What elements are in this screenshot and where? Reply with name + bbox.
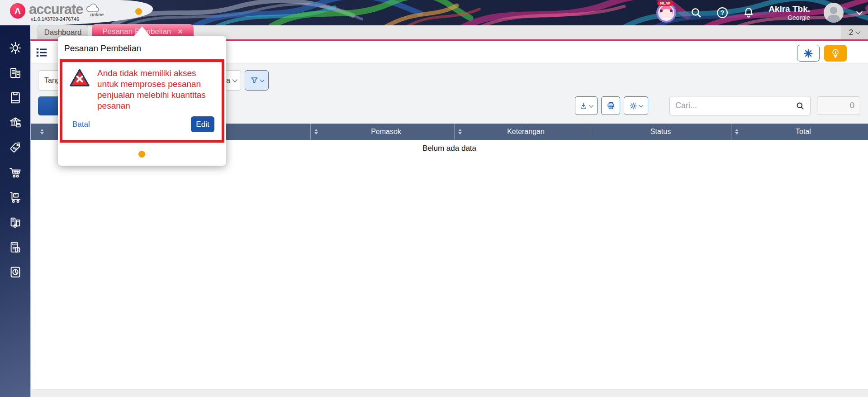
popup-actions: Batal Edit xyxy=(72,116,214,132)
edit-button[interactable]: Edit xyxy=(191,116,214,132)
brand-sub-label: online xyxy=(90,12,104,17)
chevron-down-icon xyxy=(260,77,264,82)
column-label: Total xyxy=(739,128,868,136)
chevron-down-icon xyxy=(856,29,861,34)
bank-icon xyxy=(9,116,22,129)
print-button[interactable] xyxy=(601,96,620,115)
sidebar-item-tax[interactable]: TAX xyxy=(6,238,24,256)
lightbulb-icon xyxy=(830,48,840,58)
top-navbar: Λ accurate online v1.0.1#3709-2476746 xyxy=(0,0,868,25)
help-icon[interactable]: ? xyxy=(716,6,729,19)
download-button[interactable] xyxy=(575,96,598,115)
download-icon xyxy=(579,102,588,110)
popup-arrow xyxy=(133,26,151,37)
table-settings-button[interactable] xyxy=(624,96,648,115)
assistant-avatar[interactable]: NEW xyxy=(656,3,676,23)
tax-document-icon: TAX xyxy=(9,240,22,254)
search-icon[interactable] xyxy=(690,6,702,19)
chevron-down-icon xyxy=(589,103,594,107)
sidebar-item-banking[interactable] xyxy=(6,114,24,132)
sidebar-item-purchasing[interactable] xyxy=(6,163,24,182)
sidebar-item-inventory[interactable] xyxy=(6,188,24,206)
user-name: Georgie xyxy=(768,14,810,21)
sidebar-item-sales[interactable]: Rp xyxy=(6,139,24,157)
chevron-down-icon xyxy=(232,77,237,82)
column-label: Status xyxy=(590,128,731,136)
search-box xyxy=(669,96,811,115)
report-pie-icon xyxy=(9,265,22,279)
search-input[interactable] xyxy=(675,101,796,110)
column-header-keterangan[interactable]: Keterangan xyxy=(454,124,590,140)
navbar-right-group: NEW ? Akira Tbk. Georgie xyxy=(656,0,862,25)
sidebar-item-company[interactable] xyxy=(6,64,24,82)
close-tab-icon[interactable]: ✕ xyxy=(177,28,183,36)
building-icon xyxy=(9,66,22,80)
column-label: Keterangan xyxy=(462,128,590,136)
user-info: Akira Tbk. Georgie xyxy=(768,4,810,21)
filter-button[interactable] xyxy=(245,70,269,91)
sidebar-item-ledger[interactable] xyxy=(6,89,24,107)
error-highlight-box: Anda tidak memiliki akses untuk memprose… xyxy=(60,59,224,143)
popup-title: Pesanan Pembelian xyxy=(58,36,226,59)
cloud-icon: online xyxy=(85,3,100,16)
funnel-icon xyxy=(250,76,259,85)
error-message: Anda tidak memiliki akses untuk memprose… xyxy=(97,68,211,111)
sort-icon[interactable] xyxy=(735,129,739,134)
error-popup: Pesanan Pembelian Anda tidak memiliki ak… xyxy=(58,36,226,166)
user-menu-chevron-icon[interactable] xyxy=(856,9,863,15)
price-tag-rp-icon: Rp xyxy=(9,141,22,154)
cancel-button[interactable]: Batal xyxy=(72,120,90,129)
error-triangle-icon xyxy=(69,68,90,88)
onboarding-dot-bottom xyxy=(138,151,145,158)
bottom-scrollbar-track[interactable] xyxy=(31,389,868,397)
tab-count: 2 xyxy=(849,28,853,37)
shopping-cart-icon xyxy=(9,166,22,179)
page-settings-button[interactable] xyxy=(797,45,820,62)
record-count-value: 0 xyxy=(850,101,854,110)
new-badge: NEW xyxy=(657,0,673,6)
list-view-icon[interactable] xyxy=(35,46,48,59)
record-count: 0 xyxy=(817,96,860,115)
gear-icon xyxy=(629,102,637,110)
accurate-logo-icon: Λ xyxy=(10,3,25,19)
sidebar-item-settings[interactable] xyxy=(6,39,24,57)
gear-icon xyxy=(803,48,813,58)
tab-overflow-dropdown[interactable]: 2 xyxy=(841,25,868,39)
onboarding-dot-top xyxy=(135,8,142,15)
tab-label: Dashboard xyxy=(44,28,81,37)
sort-icon[interactable] xyxy=(458,129,462,134)
column-header-pemasok[interactable]: Pemasok xyxy=(310,124,454,140)
sidebar-item-reports[interactable] xyxy=(6,263,24,281)
column-header-select[interactable] xyxy=(31,124,50,140)
printer-icon xyxy=(607,101,615,110)
book-icon xyxy=(9,91,22,105)
gear-icon xyxy=(9,41,22,55)
version-label: v1.0.1#3709-2476746 xyxy=(31,16,79,22)
column-label: Pemasok xyxy=(318,128,454,136)
svg-text:Rp: Rp xyxy=(13,146,17,150)
brand-name: accurate xyxy=(29,2,83,17)
company-name: Akira Tbk. xyxy=(768,4,810,14)
sidebar-nav: Rp TAX xyxy=(0,25,30,397)
column-header-total[interactable]: Total xyxy=(731,124,868,140)
sort-icon[interactable] xyxy=(40,129,44,134)
sort-icon[interactable] xyxy=(314,129,318,134)
trolley-box-icon xyxy=(9,191,22,204)
svg-text:TAX: TAX xyxy=(11,243,17,246)
asset-building-icon xyxy=(9,215,22,229)
app-window: Λ accurate online v1.0.1#3709-2476746 xyxy=(0,0,868,397)
column-header-status[interactable]: Status xyxy=(590,124,731,140)
notifications-bell-icon[interactable] xyxy=(742,6,755,19)
svg-text:?: ? xyxy=(721,9,725,16)
search-icon[interactable] xyxy=(796,101,805,110)
tips-button[interactable] xyxy=(824,45,847,62)
sidebar-item-assets[interactable] xyxy=(6,213,24,231)
chevron-down-icon xyxy=(639,103,644,107)
user-avatar[interactable] xyxy=(824,3,844,23)
